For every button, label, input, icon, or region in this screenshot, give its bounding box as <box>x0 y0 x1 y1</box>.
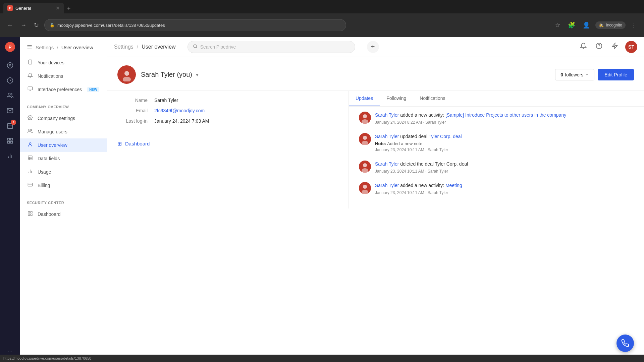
activity-item-link[interactable]: Meeting <box>445 183 462 188</box>
edit-profile-button[interactable]: Edit Profile <box>598 69 634 80</box>
fab-button[interactable] <box>616 335 634 352</box>
search-input[interactable] <box>200 44 350 50</box>
add-button[interactable]: + <box>367 41 379 53</box>
svg-point-22 <box>30 117 31 118</box>
activity-text: Sarah Tyler added a new activity: Meetin… <box>375 182 634 189</box>
sidebar-item-label: Interface preferences <box>38 87 82 92</box>
sidebar-item-notifications[interactable]: Notifications <box>20 69 107 83</box>
activity-action: added a new activity: <box>400 183 445 188</box>
tab-close-button[interactable]: ✕ <box>56 5 60 11</box>
activity-user[interactable]: Sarah Tyler <box>375 134 399 139</box>
tab-following[interactable]: Following <box>380 91 413 106</box>
activity-item: Sarah Tyler updated deal Tyler Corp. dea… <box>359 133 634 152</box>
nav-icon-activities[interactable] <box>3 59 17 72</box>
svg-point-24 <box>29 143 31 144</box>
activity-meta: January 23, 2024 10:11 AM · Sarah Tyler <box>375 190 634 195</box>
activity-action: added a new activity: <box>400 112 445 118</box>
address-bar[interactable]: 🔒 moodjoy.pipedrive.com/users/details/13… <box>44 19 346 31</box>
tabs-bar: Updates Following Notifications <box>349 91 644 107</box>
extension-icon[interactable]: 🧩 <box>566 19 577 31</box>
sidebar-item-manage-users[interactable]: Manage users <box>20 125 107 138</box>
bookmark-icon[interactable]: ☆ <box>553 19 562 31</box>
activity-text: Sarah Tyler added a new activity: [Sampl… <box>375 112 634 119</box>
info-row-lastlogin: Last log-in January 24, 2024 7:03 AM <box>117 118 338 124</box>
nav-icon-projects[interactable] <box>3 134 17 147</box>
activity-user[interactable]: Sarah Tyler <box>375 183 399 188</box>
svg-point-50 <box>363 136 367 140</box>
dashboard-link[interactable]: ⊞ Dashboard <box>117 140 338 147</box>
breadcrumb-sep: / <box>57 45 58 50</box>
sidebar-item-interface-preferences[interactable]: Interface preferences NEW <box>20 83 107 96</box>
svg-rect-34 <box>28 212 30 213</box>
sidebar-item-label: Manage users <box>38 129 67 134</box>
email-value[interactable]: 2fc9349f@moodjoy.com <box>154 108 205 113</box>
activity-text: Sarah Tyler deleted the deal Tyler Corp.… <box>375 161 634 168</box>
followers-button[interactable]: 0 followers <box>555 69 594 80</box>
dashboard-link-section: ⊞ Dashboard <box>107 135 348 152</box>
sidebar-item-billing[interactable]: Billing <box>20 179 107 192</box>
profile-info: Name Sarah Tyler Email 2fc9349f@moodjoy.… <box>107 91 348 135</box>
nav-icon-mail[interactable] <box>3 104 17 117</box>
breadcrumb-parent[interactable]: Settings <box>36 45 54 50</box>
activity-item: Sarah Tyler added a new activity: [Sampl… <box>359 112 634 125</box>
sidebar-item-company-settings[interactable]: Company settings <box>20 112 107 125</box>
dashboard-icon: ⊞ <box>117 140 122 147</box>
search-bar[interactable] <box>187 41 355 53</box>
nav-icon-insights[interactable] <box>3 149 17 163</box>
svg-rect-13 <box>8 141 10 143</box>
profile-dropdown-button[interactable]: ▼ <box>195 72 200 77</box>
activity-text: Sarah Tyler updated deal Tyler Corp. dea… <box>375 133 634 140</box>
app-container: P 2 ··· ☰ Set <box>0 37 644 362</box>
tab-favicon: P <box>7 5 13 11</box>
activity-user[interactable]: Sarah Tyler <box>375 161 399 167</box>
url-text: moodjoy.pipedrive.com/users/details/1387… <box>57 23 165 28</box>
svg-rect-35 <box>31 212 32 213</box>
app-topbar: Settings / User overview + <box>107 37 644 57</box>
activity-user[interactable]: Sarah Tyler <box>375 112 399 118</box>
data-fields-icon <box>27 155 34 162</box>
sidebar-toggle-button[interactable]: ☰ <box>27 44 32 51</box>
forward-button[interactable]: → <box>18 20 29 31</box>
nav-icon-calendar[interactable]: 2 <box>3 119 17 132</box>
sidebar-item-usage[interactable]: Usage <box>20 165 107 179</box>
svg-marker-42 <box>612 43 618 49</box>
reload-button[interactable]: ↻ <box>32 19 41 31</box>
sidebar-item-user-overview[interactable]: User overview <box>20 138 107 152</box>
sidebar-item-your-devices[interactable]: Your devices <box>20 56 107 69</box>
nav-icon-contacts[interactable] <box>3 89 17 102</box>
profile-name-wrapper: Sarah Tyler (you) ▼ <box>141 71 200 78</box>
browser-tabs: P General ✕ + <box>0 0 644 13</box>
back-button[interactable]: ← <box>5 20 15 31</box>
bolt-icon[interactable] <box>609 41 620 53</box>
activity-meta: January 23, 2024 10:11 AM · Sarah Tyler <box>375 147 634 152</box>
activity-avatar <box>359 161 371 173</box>
followers-label: followers <box>565 72 583 77</box>
tab-label: Notifications <box>420 96 445 101</box>
note-content: Added a new note <box>387 141 422 146</box>
svg-point-2 <box>7 63 13 68</box>
app-logo[interactable]: P <box>3 40 17 54</box>
status-bar: https://moodjoy.pipedrive.com/users/deta… <box>0 355 644 362</box>
tab-label: General <box>15 6 31 11</box>
svg-rect-10 <box>8 138 10 140</box>
tab-updates[interactable]: Updates <box>349 91 380 106</box>
activity-action: updated deal <box>400 134 429 139</box>
browser-toolbar: ← → ↻ 🔒 moodjoy.pipedrive.com/users/deta… <box>0 13 644 37</box>
activity-item-link[interactable]: [Sample] Introduce Projects to other use… <box>445 112 566 118</box>
activity-item-link[interactable]: Tyler Corp. deal <box>429 134 462 139</box>
sidebar-item-data-fields[interactable]: Data fields <box>20 152 107 165</box>
nav-icon-deals[interactable] <box>3 74 17 87</box>
svg-rect-19 <box>28 87 32 90</box>
menu-icon[interactable]: ⋮ <box>629 19 639 31</box>
new-tab-button[interactable]: + <box>64 4 73 13</box>
sidebar-item-label: Billing <box>38 183 50 188</box>
notifications-topbar-icon[interactable] <box>578 41 589 53</box>
user-avatar[interactable]: ST <box>625 41 637 53</box>
profile-icon[interactable]: 👤 <box>581 19 592 31</box>
tab-notifications[interactable]: Notifications <box>413 91 452 106</box>
help-icon[interactable] <box>594 41 604 53</box>
breadcrumb-parent-topbar[interactable]: Settings <box>114 44 133 50</box>
security-center-label: SECURITY CENTER <box>20 196 107 207</box>
active-tab[interactable]: P General ✕ <box>3 3 64 13</box>
sidebar-item-security-dashboard[interactable]: Dashboard <box>20 207 107 221</box>
